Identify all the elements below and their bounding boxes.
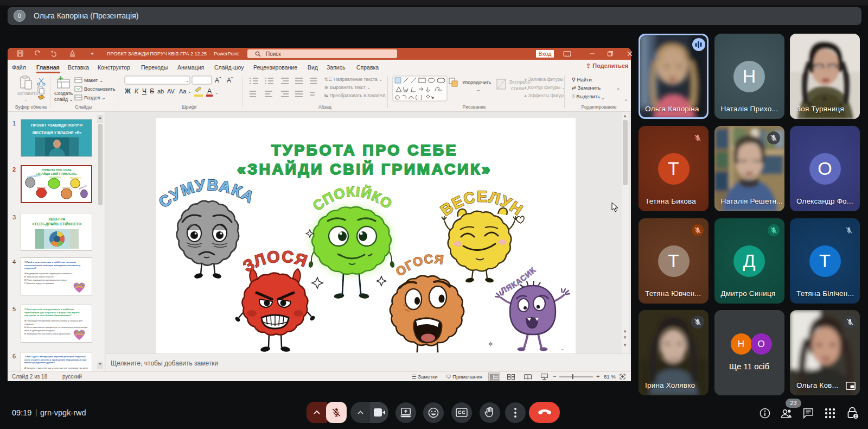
svg-text:ЗЛОСЯ: ЗЛОСЯ: [37, 187, 45, 190]
svg-text:⌃: ⌃: [624, 99, 628, 104]
svg-text:ОГОСЯ: ОГОСЯ: [62, 187, 70, 190]
svg-text:Aa: Aa: [179, 88, 187, 94]
svg-text:«ЗНАЙДИ СВІЙ ГРИМАСИК»: «ЗНАЙДИ СВІЙ ГРИМАСИК»: [237, 160, 492, 178]
svg-text:◕ Эффекты фигуры ⌄: ◕ Эффекты фигуры ⌄: [524, 93, 564, 98]
svg-text:Упорядочить: Упорядочить: [462, 80, 492, 85]
svg-text:S: S: [150, 87, 154, 95]
svg-text:Восстановить: Восстановить: [84, 86, 116, 92]
svg-text:Aˇ: Aˇ: [227, 77, 233, 84]
svg-text:СУМУВАКА: СУМУВАКА: [27, 174, 41, 179]
svg-text:СПОКІЙКО: СПОКІЙКО: [49, 176, 61, 179]
svg-text:⇄ Заменить: ⇄ Заменить: [572, 85, 601, 91]
svg-text:⍐ Выделить ⌄: ⍐ Выделить ⌄: [572, 93, 604, 100]
svg-text:⌄: ⌄: [186, 78, 189, 83]
svg-text:ВЕСЕЛУН: ВЕСЕЛУН: [70, 176, 81, 179]
svg-text:Раздел ⌄: Раздел ⌄: [84, 95, 106, 100]
svg-text:⌄: ⌄: [616, 86, 620, 91]
svg-text:⚲ Найти: ⚲ Найти: [572, 77, 592, 83]
svg-text:Создать: Создать: [54, 91, 73, 96]
svg-text:⌄: ⌄: [476, 87, 481, 92]
svg-text:A: A: [207, 87, 212, 95]
svg-text:⌄: ⌄: [188, 89, 192, 94]
svg-text:слайд ⌄: слайд ⌄: [54, 97, 73, 102]
svg-text:ТУРБОТА ПРО СЕБЕ: ТУРБОТА ПРО СЕБЕ: [271, 141, 458, 159]
svg-text:↹ Преобразовать в SmartArt ⌄: ↹ Преобразовать в SmartArt ⌄: [324, 93, 387, 98]
svg-text:К: К: [135, 87, 139, 95]
svg-text:Вставить: Вставить: [17, 91, 38, 96]
svg-text:⊞ Выровнять текст ⌄: ⊞ Выровнять текст ⌄: [324, 85, 371, 90]
svg-text:◕ Заливка фигуры ⌄: ◕ Заливка фигуры ⌄: [524, 77, 564, 82]
svg-text:ab: ab: [157, 88, 164, 94]
svg-text:◕ Контур фигуры ⌄: ◕ Контур фигуры ⌄: [524, 85, 564, 90]
svg-text:AV: AV: [167, 88, 175, 94]
svg-text:⌄: ⌄: [24, 97, 28, 102]
svg-text:⇅☰ Направление текста ⌄: ⇅☰ Направление текста ⌄: [324, 77, 382, 82]
svg-text:Ж: Ж: [124, 87, 131, 95]
svg-text:⌄: ⌄: [215, 90, 219, 95]
svg-text:Макет ⌄: Макет ⌄: [84, 78, 104, 83]
svg-text:Aˆ: Aˆ: [215, 77, 221, 84]
svg-text:⌄: ⌄: [560, 346, 565, 351]
svg-text:Ч: Ч: [142, 87, 146, 95]
svg-text:✲: ✲: [488, 341, 493, 347]
